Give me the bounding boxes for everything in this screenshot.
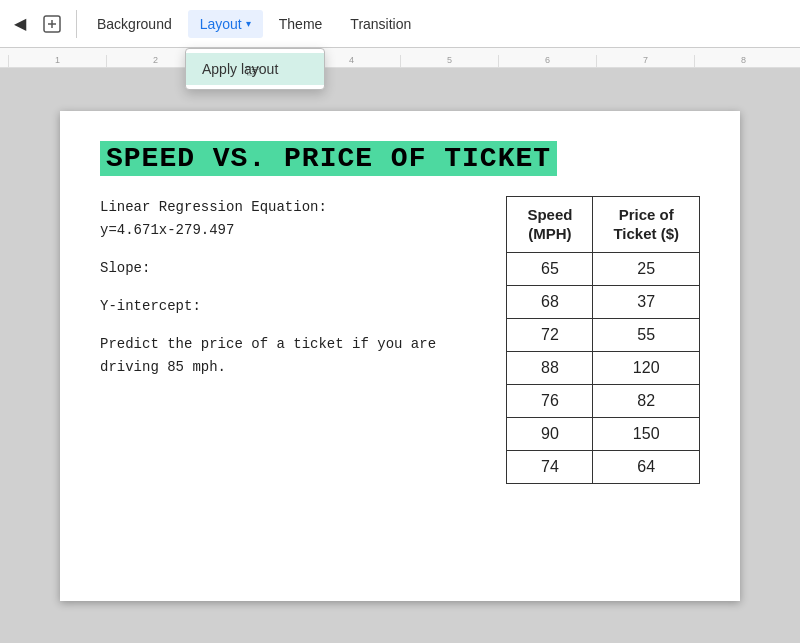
table-row: 6525 [507, 252, 700, 285]
table-cell-speed-0: 65 [507, 252, 593, 285]
theme-button[interactable]: Theme [267, 10, 335, 38]
table-container: Speed(MPH) Price ofTicket ($) 6525683772… [506, 196, 700, 571]
y-intercept-label: Y-intercept: [100, 295, 466, 319]
transition-button[interactable]: Transition [338, 10, 423, 38]
ruler-tick-5: 5 [400, 55, 498, 67]
add-slide-button[interactable] [36, 10, 68, 38]
table-cell-speed-5: 90 [507, 417, 593, 450]
slide-area: Speed vs. Price of Ticket Linear Regress… [0, 68, 800, 643]
table-cell-speed-4: 76 [507, 384, 593, 417]
apply-layout-item[interactable]: Apply layout [186, 53, 324, 85]
table-cell-speed-6: 74 [507, 450, 593, 483]
table-row: 88120 [507, 351, 700, 384]
regression-equation: y=4.671x-279.497 [100, 222, 234, 238]
ruler-tick-8: 8 [694, 55, 792, 67]
table-row: 90150 [507, 417, 700, 450]
layout-button[interactable]: Layout ▾ [188, 10, 263, 38]
table-row: 7255 [507, 318, 700, 351]
layout-dropdown: Apply layout [185, 48, 325, 90]
table-row: 6837 [507, 285, 700, 318]
data-table: Speed(MPH) Price ofTicket ($) 6525683772… [506, 196, 700, 484]
table-cell-price-6: 64 [593, 450, 700, 483]
table-cell-price-3: 120 [593, 351, 700, 384]
table-cell-price-0: 25 [593, 252, 700, 285]
table-cell-speed-2: 72 [507, 318, 593, 351]
slope-label: Slope: [100, 257, 466, 281]
toolbar: ◀ Background Layout ▾ Theme Transition [0, 0, 800, 48]
table-header-price: Price ofTicket ($) [593, 196, 700, 252]
table-cell-speed-1: 68 [507, 285, 593, 318]
background-button[interactable]: Background [85, 10, 184, 38]
ruler-tick-1: 1 [8, 55, 106, 67]
table-row: 7682 [507, 384, 700, 417]
slide-body: Linear Regression Equation: y=4.671x-279… [100, 196, 700, 571]
regression-label-text: Linear Regression Equation: [100, 199, 327, 215]
table-cell-price-4: 82 [593, 384, 700, 417]
table-cell-speed-3: 88 [507, 351, 593, 384]
ruler-ticks: 1 2 3 4 5 6 7 8 [8, 55, 792, 67]
back-button[interactable]: ◀ [8, 10, 32, 37]
regression-label: Linear Regression Equation: y=4.671x-279… [100, 196, 466, 244]
slide-text-block: Linear Regression Equation: y=4.671x-279… [100, 196, 466, 571]
slide-canvas[interactable]: Speed vs. Price of Ticket Linear Regress… [60, 111, 740, 601]
table-cell-price-2: 55 [593, 318, 700, 351]
divider-1 [76, 10, 77, 38]
slide-title: Speed vs. Price of Ticket [100, 141, 557, 176]
table-row: 7464 [507, 450, 700, 483]
table-header-speed: Speed(MPH) [507, 196, 593, 252]
ruler-tick-6: 6 [498, 55, 596, 67]
layout-label: Layout [200, 16, 242, 32]
table-cell-price-1: 37 [593, 285, 700, 318]
layout-arrow: ▾ [246, 18, 251, 29]
table-header-row: Speed(MPH) Price ofTicket ($) [507, 196, 700, 252]
ruler: 1 2 3 4 5 6 7 8 [0, 48, 800, 68]
add-slide-icon [42, 14, 62, 34]
table-cell-price-5: 150 [593, 417, 700, 450]
ruler-tick-7: 7 [596, 55, 694, 67]
table-body: 652568377255881207682901507464 [507, 252, 700, 483]
predict-label: Predict the price of a ticket if you are… [100, 333, 466, 381]
